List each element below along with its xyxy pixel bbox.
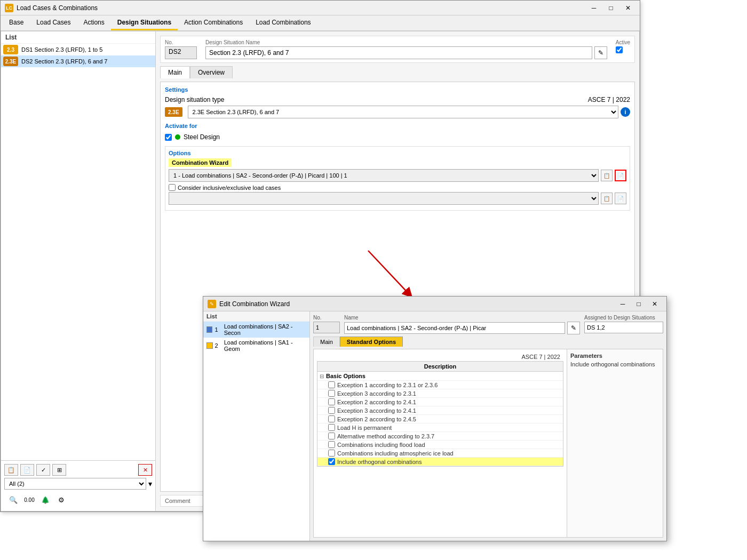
menu-load-cases[interactable]: Load Cases: [30, 15, 77, 30]
tree-icon-btn[interactable]: 🌲: [39, 494, 51, 506]
dialog-icon: ✎: [208, 300, 216, 308]
basic-options-label: Basic Options: [326, 373, 365, 379]
dialog-list-item-1-num: 1: [214, 326, 218, 333]
option-1-checkbox[interactable]: [328, 390, 335, 397]
menu-bar: Base Load Cases Actions Design Situation…: [1, 15, 640, 31]
minimize-button[interactable]: ─: [586, 3, 601, 13]
option-9-checkbox[interactable]: [328, 458, 335, 465]
dialog-no-input[interactable]: [313, 322, 340, 333]
dialog-list: List 1 Load combinations | SA2 - Secon 2…: [203, 311, 310, 541]
delete-button[interactable]: ✕: [138, 464, 152, 476]
badge-ds2: 2.3E: [3, 57, 18, 66]
wizard-select[interactable]: 1 - Load combinations | SA2 - Second-ord…: [169, 169, 599, 182]
dialog-list-header: List: [203, 311, 309, 322]
dialog-name-label: Name: [344, 315, 580, 321]
wizard-label: Combination Wizard: [169, 158, 232, 167]
active-label: Active: [616, 39, 630, 45]
dialog-assigned-label: Assigned to Design Situations: [584, 315, 663, 321]
check-button[interactable]: ✓: [36, 464, 50, 476]
option-7-checkbox[interactable]: [328, 441, 335, 448]
dialog-assigned-field: Assigned to Design Situations: [584, 315, 663, 333]
secondary-combo-row: 📋 📄: [169, 192, 626, 205]
option-0-label: Exception 1 according to 2.3.1 or 2.3.6: [337, 382, 438, 388]
copy-wizard-btn[interactable]: 📋: [601, 170, 613, 181]
ds-name-input[interactable]: [205, 46, 592, 59]
info-button[interactable]: i: [621, 107, 630, 117]
menu-base[interactable]: Base: [3, 15, 30, 30]
dialog-assigned-input[interactable]: [584, 322, 663, 333]
menu-action-combinations[interactable]: Action Combinations: [178, 15, 249, 30]
type-select[interactable]: 2.3E Section 2.3 (LRFD), 6 and 7: [188, 106, 618, 118]
option-6-label: Alternative method according to 2.3.7: [337, 433, 434, 439]
option-5-label: Load H is permanent: [337, 425, 392, 431]
consider-checkbox[interactable]: [169, 184, 176, 191]
option-6-checkbox[interactable]: [328, 433, 335, 439]
menu-load-combinations[interactable]: Load Combinations: [249, 15, 317, 30]
filter-select[interactable]: All (2): [4, 478, 146, 490]
menu-design-situations[interactable]: Design Situations: [111, 15, 178, 30]
dialog-close-btn[interactable]: ✕: [647, 299, 662, 309]
list-item-ds2-id: DS2: [21, 58, 33, 65]
dialog-tab-main[interactable]: Main: [313, 337, 340, 347]
dropdown-icon[interactable]: ▾: [148, 479, 152, 488]
options-section: Options Combination Wizard 1 - Load comb…: [165, 146, 630, 211]
no-input[interactable]: DS2: [165, 46, 197, 59]
list-item-ds2[interactable]: 2.3E DS2 Section 2.3 (LRFD), 6 and 7: [1, 55, 155, 67]
option-1-label: Exception 3 according to 2.3.1: [337, 390, 416, 397]
list-header: List: [1, 31, 155, 44]
option-4-checkbox[interactable]: [328, 415, 335, 422]
dialog-right: No. Name ✎ Assigned to Design Situations: [310, 311, 666, 541]
gear-icon-btn[interactable]: ⚙: [55, 494, 67, 506]
app-icon: LC: [5, 4, 13, 12]
edit-combination-wizard-dialog: ✎ Edit Combination Wizard ─ □ ✕ List 1 L…: [203, 296, 667, 541]
add-button[interactable]: 📋: [4, 464, 18, 476]
dialog-tab-standard-options[interactable]: Standard Options: [340, 337, 403, 347]
option-5-checkbox[interactable]: [328, 424, 335, 431]
edit-secondary-btn[interactable]: 📄: [615, 193, 626, 204]
secondary-select[interactable]: [169, 192, 599, 205]
option-3-checkbox[interactable]: [328, 407, 335, 414]
option-0-checkbox[interactable]: [328, 381, 335, 388]
activate-section: Activate for Steel Design: [165, 123, 630, 142]
numeric-icon-btn[interactable]: 0.00: [23, 494, 35, 506]
tab-bar: Main Overview: [160, 66, 635, 78]
close-button[interactable]: ✕: [621, 3, 635, 13]
edit-wizard-btn[interactable]: 📄: [615, 170, 626, 181]
edit-icon-button[interactable]: ✎: [594, 46, 607, 59]
activate-item-label: Steel Design: [184, 133, 220, 141]
option-8-checkbox[interactable]: [328, 450, 335, 457]
dialog-minimize-btn[interactable]: ─: [615, 299, 630, 309]
dialog-name-input[interactable]: [344, 322, 565, 334]
option-2-checkbox[interactable]: [328, 398, 335, 405]
tab-overview[interactable]: Overview: [190, 66, 233, 78]
option-4-label: Exception 2 according to 2.4.5: [337, 416, 416, 422]
form-header: No. DS2 Design Situation Name ✎ Active: [160, 36, 635, 63]
option-2-label: Exception 2 according to 2.4.1: [337, 399, 416, 405]
maximize-button[interactable]: □: [603, 3, 618, 13]
option-7-label: Combinations including flood load: [337, 442, 425, 448]
options-title: Options: [169, 150, 626, 156]
consider-row: Consider inclusive/exclusive load cases: [169, 184, 626, 191]
dialog-list-item-1[interactable]: 1 Load combinations | SA2 - Secon: [203, 322, 309, 338]
search-icon-btn[interactable]: 🔍: [7, 494, 19, 506]
settings-button[interactable]: ⊞: [52, 464, 66, 476]
option-item-2: Exception 2 according to 2.4.1: [317, 398, 563, 406]
activate-checkbox[interactable]: [165, 134, 172, 141]
steel-design-dot: [175, 134, 180, 140]
active-checkbox[interactable]: [616, 46, 623, 53]
dialog-edit-name-btn[interactable]: ✎: [567, 322, 580, 334]
list-item-ds1-name: Section 2.3 (LRFD), 1 to 5: [34, 46, 102, 53]
tab-main[interactable]: Main: [160, 66, 190, 78]
group-expand-icon[interactable]: ⊟: [320, 373, 324, 379]
activate-label: Activate for: [165, 123, 630, 129]
dialog-list-item-2[interactable]: 2 Load combinations | SA1 - Geom: [203, 338, 309, 354]
dialog-list-item-1-name: Load combinations | SA2 - Secon: [224, 323, 306, 336]
list-item-ds1[interactable]: 2.3 DS1 Section 2.3 (LRFD), 1 to 5: [1, 44, 155, 55]
desc-header: Description: [317, 362, 563, 372]
menu-actions[interactable]: Actions: [77, 15, 110, 30]
dialog-maximize-btn[interactable]: □: [631, 299, 646, 309]
option-item-1: Exception 3 according to 2.3.1: [317, 389, 563, 398]
dialog-name-field: Name ✎: [344, 315, 580, 334]
copy-secondary-btn[interactable]: 📋: [601, 193, 613, 204]
copy-button[interactable]: 📄: [20, 464, 34, 476]
